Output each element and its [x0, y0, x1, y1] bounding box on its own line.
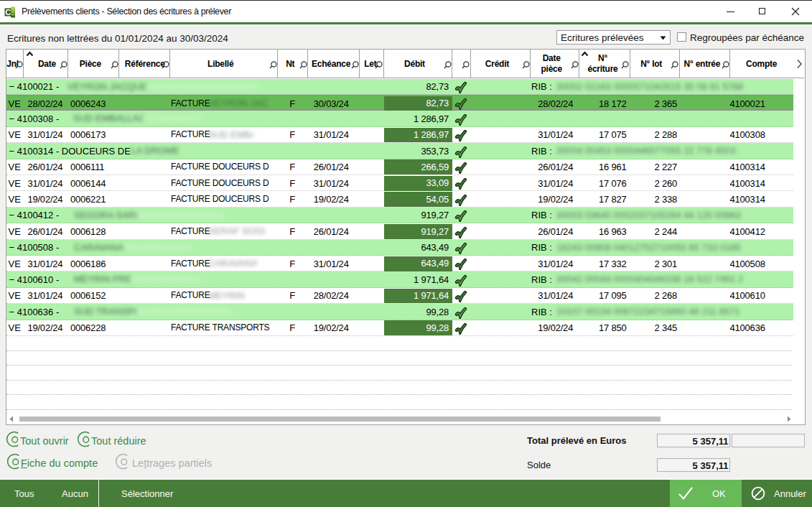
svg-text:C: C: [5, 8, 11, 17]
